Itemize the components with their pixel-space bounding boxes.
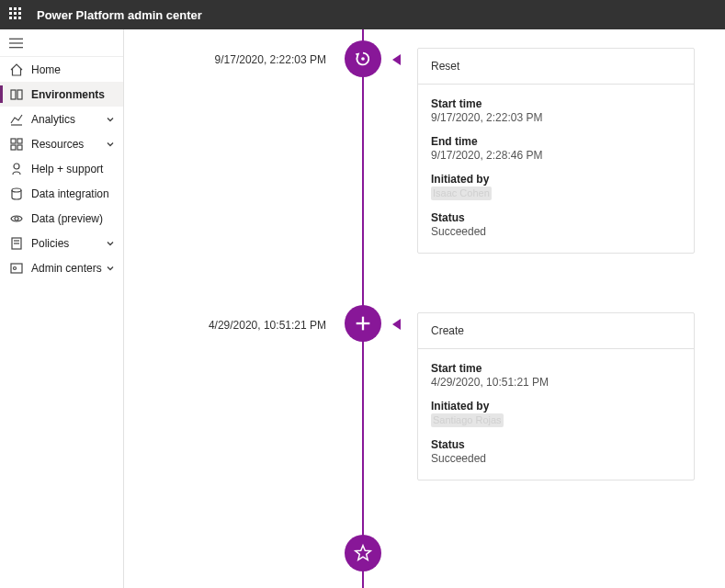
field-value: 9/17/2020, 2:28:46 PM — [431, 149, 681, 162]
event-pointer — [392, 54, 401, 65]
event-node-create[interactable] — [345, 305, 381, 342]
nav-label: Environments — [31, 88, 116, 101]
event-card-reset: Reset Start time 9/17/2020, 2:22:03 PM E… — [417, 48, 695, 254]
svg-rect-3 — [11, 90, 16, 99]
chevron-down-icon — [105, 238, 116, 249]
svg-rect-5 — [11, 139, 16, 143]
field-label: Initiated by — [431, 173, 681, 186]
analytics-icon — [9, 112, 24, 127]
svg-point-11 — [15, 217, 18, 220]
app-launcher-icon[interactable] — [9, 7, 24, 22]
chevron-down-icon — [105, 139, 116, 150]
chevron-down-icon — [105, 114, 116, 125]
event-title: Create — [418, 313, 694, 349]
event-timestamp: 9/17/2020, 2:22:03 PM — [193, 53, 326, 66]
svg-point-10 — [12, 188, 21, 192]
svg-point-16 — [14, 266, 17, 269]
svg-marker-21 — [356, 546, 371, 560]
svg-marker-17 — [356, 53, 360, 58]
nav-label: Help + support — [31, 163, 116, 175]
star-icon — [353, 543, 373, 563]
nav-item-environments[interactable]: Environments — [0, 82, 123, 107]
app-header: Power Platform admin center — [0, 0, 725, 29]
environments-icon — [9, 87, 24, 102]
field-value: Succeeded — [431, 452, 681, 465]
svg-point-9 — [14, 164, 19, 169]
policies-icon — [9, 236, 24, 251]
field-value: Isaac Cohen — [431, 187, 681, 200]
field-label: Initiated by — [431, 400, 681, 413]
timeline-pane: 9/17/2020, 2:22:03 PM Reset Start time 9… — [124, 29, 725, 588]
nav-list: Home Environments Analytics Resources He… — [0, 57, 123, 280]
field-label: Start time — [431, 97, 681, 110]
field-value: 4/29/2020, 10:51:21 PM — [431, 376, 681, 389]
svg-rect-8 — [17, 145, 22, 150]
nav-label: Data (preview) — [31, 212, 116, 225]
nav-label: Home — [31, 63, 116, 76]
home-icon — [9, 62, 24, 77]
data-preview-icon — [9, 211, 24, 226]
sidebar: Home Environments Analytics Resources He… — [0, 29, 124, 588]
resources-icon — [9, 137, 24, 152]
event-timestamp: 4/29/2020, 10:51:21 PM — [182, 319, 326, 332]
app-title: Power Platform admin center — [37, 8, 202, 22]
timeline-end-node — [345, 535, 381, 571]
admin-centers-icon — [9, 261, 24, 276]
nav-item-policies[interactable]: Policies — [0, 231, 123, 255]
nav-label: Resources — [31, 138, 105, 151]
event-card-create: Create Start time 4/29/2020, 10:51:21 PM… — [417, 312, 695, 481]
data-integration-icon — [9, 187, 24, 201]
event-node-reset[interactable] — [345, 40, 381, 77]
nav-item-analytics[interactable]: Analytics — [0, 107, 123, 131]
chevron-down-icon — [105, 263, 116, 274]
nav-item-admin-centers[interactable]: Admin centers — [0, 255, 123, 280]
svg-point-18 — [361, 57, 365, 61]
plus-icon — [353, 313, 373, 334]
nav-label: Analytics — [31, 113, 105, 126]
field-value: 9/17/2020, 2:22:03 PM — [431, 111, 681, 124]
nav-item-resources[interactable]: Resources — [0, 131, 123, 156]
event-pointer — [392, 319, 401, 330]
field-value: Succeeded — [431, 225, 681, 238]
nav-item-home[interactable]: Home — [0, 57, 123, 82]
field-label: Status — [431, 438, 681, 451]
nav-item-data-integration[interactable]: Data integration — [0, 181, 123, 206]
field-value: Santiago Rojas — [431, 413, 681, 427]
collapse-nav-button[interactable] — [0, 29, 123, 57]
svg-rect-4 — [17, 90, 22, 99]
nav-item-help[interactable]: Help + support — [0, 156, 123, 181]
reset-icon — [353, 49, 373, 69]
event-title: Reset — [418, 49, 694, 85]
help-icon — [9, 162, 24, 176]
nav-label: Policies — [31, 237, 105, 250]
nav-label: Data integration — [31, 187, 116, 200]
nav-item-data-preview[interactable]: Data (preview) — [0, 206, 123, 231]
svg-rect-6 — [17, 139, 22, 143]
svg-rect-7 — [11, 145, 16, 150]
field-label: Start time — [431, 362, 681, 375]
field-label: End time — [431, 135, 681, 148]
field-label: Status — [431, 211, 681, 224]
nav-label: Admin centers — [31, 262, 105, 275]
